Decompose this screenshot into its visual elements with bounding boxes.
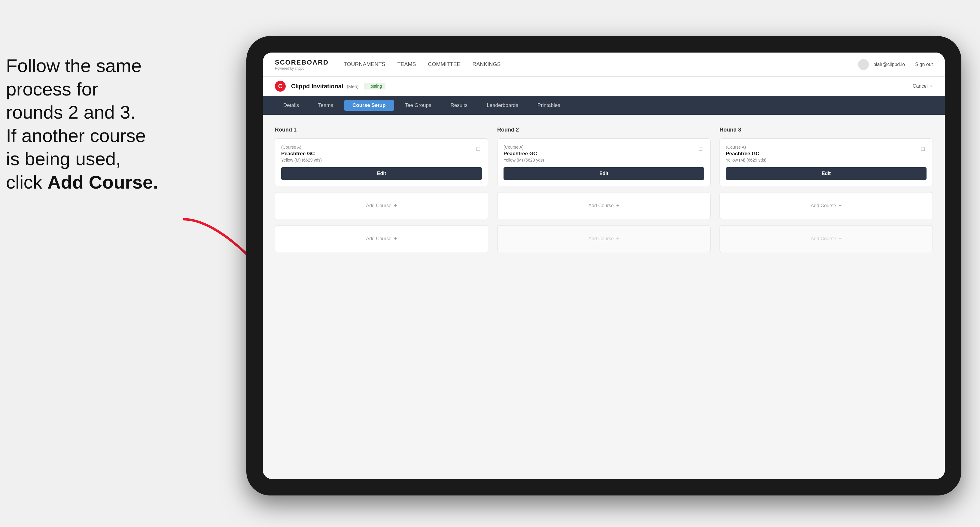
add-course-r1-slot1[interactable]: Add Course +: [275, 192, 488, 219]
tab-course-setup[interactable]: Course Setup: [344, 100, 394, 111]
user-avatar: [858, 59, 869, 70]
logo-subtitle: Powered by clippd: [275, 67, 329, 71]
round-3-column: Round 3 (Course A) Peachtree GC Yellow (…: [719, 127, 933, 258]
rounds-grid: Round 1 (Course A) Peachtree GC Yellow (…: [275, 127, 933, 258]
logo-title: SCOREBOARD: [275, 59, 329, 67]
round-1-title: Round 1: [275, 127, 488, 133]
main-content: Round 1 (Course A) Peachtree GC Yellow (…: [263, 115, 945, 479]
nav-separator: |: [909, 62, 911, 67]
course-card-info-r2: (Course A) Peachtree GC Yellow (M) (6629…: [504, 145, 697, 167]
edit-course-r3[interactable]: Edit: [726, 167, 926, 180]
course-name-r3: Peachtree GC: [726, 151, 919, 157]
round-2-course-card: (Course A) Peachtree GC Yellow (M) (6629…: [497, 138, 711, 186]
tab-tee-groups[interactable]: Tee Groups: [396, 100, 440, 111]
tournament-badge: (Men): [347, 84, 358, 89]
round-3-course-card: (Course A) Peachtree GC Yellow (M) (6629…: [719, 138, 933, 186]
nav-links: TOURNAMENTS TEAMS COMMITTEE RANKINGS: [344, 60, 858, 69]
round-2-title: Round 2: [497, 127, 711, 133]
course-details-r1: Yellow (M) (6629 yds): [281, 158, 475, 162]
course-card-info: (Course A) Peachtree GC Yellow (M) (6629…: [281, 145, 475, 167]
add-course-r2-slot2: Add Course +: [497, 225, 711, 252]
plus-icon-r1-slot2: +: [394, 236, 397, 242]
tab-leaderboards[interactable]: Leaderboards: [478, 100, 527, 111]
tab-details[interactable]: Details: [275, 100, 307, 111]
round-2-column: Round 2 (Course A) Peachtree GC Yellow (…: [497, 127, 711, 258]
sub-header: C Clippd Invitational (Men) Hosting Canc…: [263, 76, 945, 96]
tab-results[interactable]: Results: [442, 100, 476, 111]
add-course-r2-slot1[interactable]: Add Course +: [497, 192, 711, 219]
course-name-r1: Peachtree GC: [281, 151, 475, 157]
course-card-header-r2: (Course A) Peachtree GC Yellow (M) (6629…: [504, 145, 704, 167]
cancel-button[interactable]: Cancel ×: [913, 84, 933, 89]
plus-icon-r2-slot1: +: [616, 203, 619, 209]
round-3-title: Round 3: [719, 127, 933, 133]
hosting-badge: Hosting: [364, 83, 385, 89]
edit-course-r1[interactable]: Edit: [281, 167, 482, 180]
nav-tournaments[interactable]: TOURNAMENTS: [344, 60, 385, 69]
course-card-header-r3: (Course A) Peachtree GC Yellow (M) (6629…: [726, 145, 926, 167]
course-card-header: (Course A) Peachtree GC Yellow (M) (6629…: [281, 145, 482, 167]
add-course-r1-slot2[interactable]: Add Course +: [275, 225, 488, 252]
remove-course-r1[interactable]: □: [475, 145, 482, 153]
plus-icon-r3-slot2: +: [838, 236, 842, 242]
course-details-r3: Yellow (M) (6629 yds): [726, 158, 919, 162]
nav-committee[interactable]: COMMITTEE: [428, 60, 461, 69]
course-card-info-r3: (Course A) Peachtree GC Yellow (M) (6629…: [726, 145, 919, 167]
sign-out-link[interactable]: Sign out: [915, 62, 933, 67]
add-course-r3-slot2: Add Course +: [719, 225, 933, 252]
plus-icon-r2-slot2: +: [616, 236, 619, 242]
tab-teams[interactable]: Teams: [310, 100, 342, 111]
tablet-screen: SCOREBOARD Powered by clippd TOURNAMENTS…: [263, 52, 945, 479]
edit-course-r2[interactable]: Edit: [504, 167, 704, 180]
round-1-course-card: (Course A) Peachtree GC Yellow (M) (6629…: [275, 138, 488, 186]
course-label-r2: (Course A): [504, 145, 697, 149]
remove-course-r3[interactable]: □: [919, 145, 926, 153]
instruction-text: Follow the same process for rounds 2 and…: [6, 54, 180, 194]
course-details-r2: Yellow (M) (6629 yds): [504, 158, 697, 162]
plus-icon-r1-slot1: +: [394, 203, 397, 209]
plus-icon-r3-slot1: +: [838, 203, 842, 209]
course-name-r2: Peachtree GC: [504, 151, 697, 157]
top-navigation: SCOREBOARD Powered by clippd TOURNAMENTS…: [263, 52, 945, 76]
nav-rankings[interactable]: RANKINGS: [473, 60, 501, 69]
user-email: blair@clippd.io: [873, 62, 905, 67]
tournament-name: Clippd Invitational: [291, 83, 343, 90]
remove-course-r2[interactable]: □: [697, 145, 704, 153]
nav-right: blair@clippd.io | Sign out: [858, 59, 933, 70]
round-1-column: Round 1 (Course A) Peachtree GC Yellow (…: [275, 127, 488, 258]
tablet-device: SCOREBOARD Powered by clippd TOURNAMENTS…: [247, 36, 961, 495]
clippd-logo: C: [275, 81, 286, 92]
tab-printables[interactable]: Printables: [529, 100, 569, 111]
nav-teams[interactable]: TEAMS: [398, 60, 416, 69]
course-label-r3: (Course A): [726, 145, 919, 149]
logo-area: SCOREBOARD Powered by clippd: [275, 59, 329, 71]
tabs-bar: Details Teams Course Setup Tee Groups Re…: [263, 96, 945, 115]
add-course-r3-slot1[interactable]: Add Course +: [719, 192, 933, 219]
course-label-r1: (Course A): [281, 145, 475, 149]
